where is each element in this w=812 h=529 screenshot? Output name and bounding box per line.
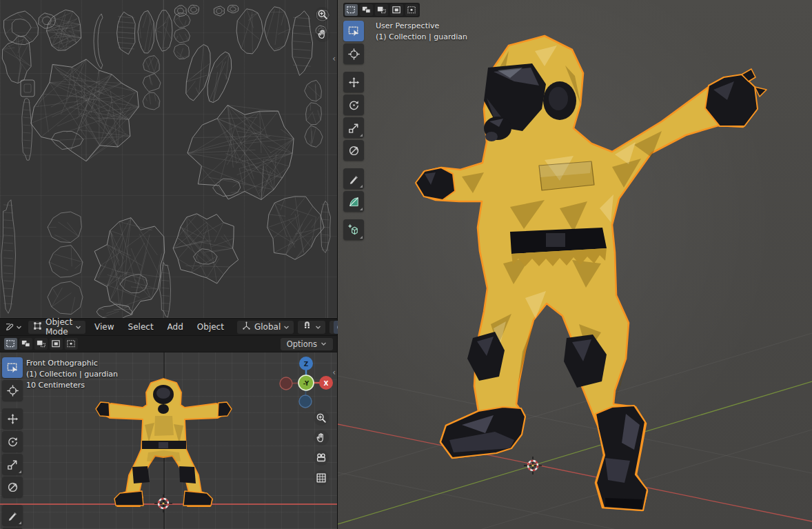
grid-icon[interactable] — [314, 470, 329, 486]
tool-scale-button[interactable] — [343, 117, 364, 138]
uv-island — [143, 56, 161, 110]
tool-move-button[interactable] — [2, 408, 23, 429]
uv-island — [173, 214, 238, 283]
select-mode-extend-button[interactable] — [360, 4, 373, 16]
select-mode-set-button[interactable] — [345, 4, 358, 16]
tool-annotate-button[interactable] — [343, 168, 364, 189]
select-mode-intersect-button[interactable] — [405, 4, 418, 16]
collection-object-text: (1) Collection | guardian — [376, 32, 467, 43]
x-axis-line — [338, 424, 812, 521]
uv-island — [321, 201, 330, 252]
mode-label: Object Mode — [45, 317, 72, 337]
uv-island — [267, 197, 324, 259]
uv-island — [160, 262, 171, 317]
left-editor-column: ‹ Object Mode View Select Add Object Glo… — [0, 0, 338, 529]
gizmo-x-label: X — [324, 380, 329, 387]
navigation-gizmo[interactable]: Z X -Y — [278, 355, 334, 410]
select-mode-group — [343, 3, 420, 17]
uv-sidebar-toggle[interactable]: ‹ — [332, 55, 336, 62]
tool-cursor-button[interactable] — [343, 43, 364, 64]
vertical-axis-line — [163, 352, 165, 529]
user-perspective-viewport[interactable]: User Perspective (1) Collection | guardi… — [338, 0, 812, 529]
pan-icon[interactable] — [314, 430, 329, 446]
guardian-model-perspective — [338, 0, 812, 529]
front-toolbar — [2, 357, 23, 529]
uv-island — [292, 11, 313, 76]
uv-island — [117, 12, 136, 54]
uv-island — [264, 7, 290, 51]
chevron-down-icon — [321, 341, 327, 346]
uv-island — [202, 50, 236, 105]
uv-editor[interactable]: ‹ — [0, 0, 337, 319]
tool-move-button[interactable] — [343, 72, 364, 92]
tool-settings-bar: Options — [0, 336, 337, 352]
blender-window: ‹ Object Mode View Select Add Object Glo… — [0, 0, 812, 529]
transform-orientation-selector[interactable]: Global — [237, 321, 294, 334]
gizmo-neg-x-axis[interactable] — [280, 377, 292, 390]
tool-rotate-button[interactable] — [2, 431, 23, 452]
select-mode-group — [4, 338, 78, 350]
tool-transform-button[interactable] — [343, 140, 364, 161]
zoom-icon[interactable] — [314, 410, 329, 426]
editor-type-button[interactable] — [3, 321, 24, 334]
tool-select-box-button[interactable] — [343, 21, 364, 41]
options-button[interactable]: Options — [281, 338, 333, 350]
options-label: Options — [287, 339, 317, 349]
uv-island — [21, 80, 34, 97]
select-mode-set-button[interactable] — [4, 338, 17, 350]
front-orthographic-viewport[interactable]: Front Orthographic (1) Collection | guar… — [0, 352, 337, 529]
user-viewport-toolbar — [343, 21, 364, 240]
uv-island — [214, 6, 224, 16]
menu-select[interactable]: Select — [123, 321, 159, 333]
snap-control[interactable] — [298, 321, 325, 334]
tool-select-box-button[interactable] — [2, 357, 23, 378]
uv-island — [174, 13, 190, 59]
tool-add-cube-button[interactable] — [343, 219, 364, 240]
uv-island — [31, 59, 139, 161]
x-axis-line — [0, 503, 337, 505]
front-nav-icons — [314, 410, 329, 486]
chevron-down-icon — [16, 325, 22, 330]
chevron-down-icon — [75, 325, 81, 330]
camera-icon[interactable] — [314, 450, 329, 466]
uv-island — [187, 105, 294, 199]
pan-icon[interactable] — [315, 27, 330, 42]
uv-island — [138, 10, 154, 53]
editor-type-icon — [5, 321, 16, 334]
tool-transform-button[interactable] — [2, 477, 23, 497]
front-sidebar-toggle[interactable]: ‹ — [332, 369, 336, 376]
menu-object[interactable]: Object — [192, 321, 229, 333]
view-name-text: User Perspective — [376, 21, 467, 32]
uv-island — [227, 5, 238, 12]
tool-measure-button[interactable] — [343, 191, 364, 212]
gizmo-neg-z-axis[interactable] — [299, 395, 312, 408]
tool-rotate-button[interactable] — [343, 94, 364, 115]
uv-island — [48, 212, 83, 315]
orientation-axes-icon — [241, 321, 252, 333]
menu-view[interactable]: View — [90, 321, 119, 333]
uv-island — [94, 218, 165, 315]
tool-scale-button[interactable] — [2, 454, 23, 475]
zoom-icon[interactable] — [315, 7, 330, 22]
select-mode-invert-button[interactable] — [390, 4, 403, 16]
select-mode-invert-button[interactable] — [50, 338, 63, 350]
select-mode-extend-button[interactable] — [19, 338, 32, 350]
3d-cursor — [524, 457, 542, 475]
uv-island — [236, 9, 263, 54]
uv-island — [305, 80, 323, 147]
tool-annotate-button[interactable] — [2, 505, 23, 526]
gizmo-neg-y-label: -Y — [303, 380, 309, 387]
tool-cursor-button[interactable] — [2, 380, 23, 401]
uv-island — [2, 37, 31, 83]
select-mode-subtract-button[interactable] — [375, 4, 388, 16]
select-mode-subtract-button[interactable] — [34, 338, 48, 350]
uv-island — [4, 11, 39, 45]
select-mode-intersect-button[interactable] — [65, 338, 78, 350]
uv-island — [94, 14, 103, 69]
uv-island — [47, 10, 81, 50]
uv-island — [188, 5, 199, 14]
menu-add[interactable]: Add — [163, 321, 188, 333]
uv-island — [1, 200, 16, 314]
mode-selector[interactable]: Object Mode — [28, 321, 85, 334]
orientation-label: Global — [254, 322, 281, 332]
